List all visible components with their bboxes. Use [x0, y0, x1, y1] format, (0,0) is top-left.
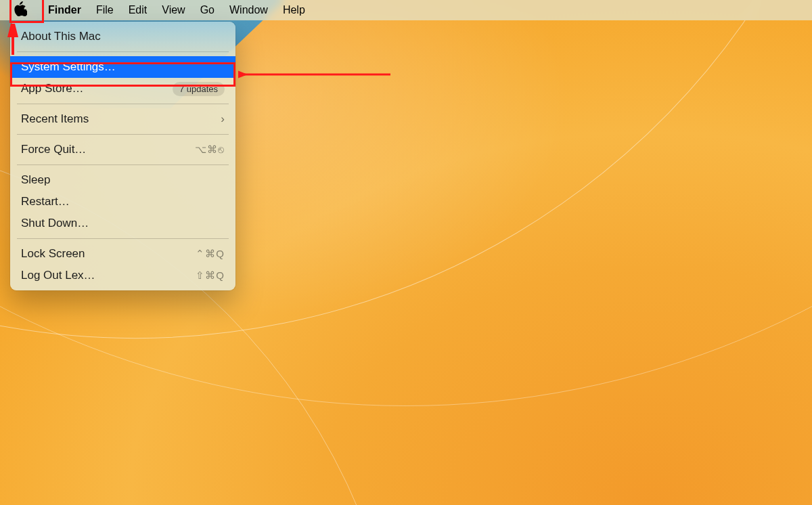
- annotation-arrow-left-icon: [238, 68, 394, 84]
- menu-window[interactable]: Window: [229, 4, 268, 16]
- menu-item-shut-down[interactable]: Shut Down…: [10, 213, 235, 234]
- menu-separator: [17, 51, 229, 52]
- keyboard-shortcut: ⇧⌘Q: [196, 269, 225, 282]
- menu-help[interactable]: Help: [283, 4, 305, 16]
- active-app-name[interactable]: Finder: [48, 4, 81, 16]
- menu-item-label: About This Mac: [21, 30, 225, 43]
- menu-item-about-this-mac[interactable]: About This Mac: [10, 26, 235, 47]
- menu-item-label: Restart…: [21, 195, 225, 208]
- keyboard-shortcut: ⌃⌘Q: [196, 248, 225, 260]
- menu-item-label: Log Out Lex…: [21, 269, 196, 282]
- menu-go[interactable]: Go: [200, 4, 215, 16]
- menu-item-lock-screen[interactable]: Lock Screen ⌃⌘Q: [10, 243, 235, 265]
- apple-menu-button[interactable]: [7, 0, 33, 20]
- menu-item-label: System Settings…: [21, 60, 225, 74]
- menu-item-label: Shut Down…: [21, 217, 225, 230]
- menu-separator: [17, 104, 229, 104]
- menu-file[interactable]: File: [96, 4, 114, 16]
- menu-item-app-store[interactable]: App Store… 7 updates: [10, 78, 235, 100]
- menu-separator: [17, 134, 229, 135]
- menu-separator: [17, 164, 229, 165]
- menu-item-recent-items[interactable]: Recent Items ›: [10, 108, 235, 130]
- keyboard-shortcut: ⌥⌘⎋: [195, 144, 225, 156]
- menu-item-system-settings[interactable]: System Settings…: [10, 56, 235, 78]
- desktop-wallpaper: Finder File Edit View Go Window Help Abo…: [0, 0, 812, 505]
- menu-view[interactable]: View: [162, 4, 185, 16]
- menu-item-force-quit[interactable]: Force Quit… ⌥⌘⎋: [10, 139, 235, 160]
- menu-item-label: Recent Items: [21, 112, 221, 126]
- apple-menu-dropdown: About This Mac System Settings… App Stor…: [10, 22, 235, 290]
- chevron-right-icon: ›: [221, 112, 225, 126]
- menu-item-label: Lock Screen: [21, 247, 196, 261]
- apple-logo-icon: [14, 1, 27, 19]
- menu-bar: Finder File Edit View Go Window Help: [0, 0, 812, 20]
- updates-badge: 7 updates: [173, 82, 225, 96]
- menu-edit[interactable]: Edit: [129, 4, 148, 16]
- menu-item-label: Force Quit…: [21, 143, 195, 156]
- menu-item-sleep[interactable]: Sleep: [10, 169, 235, 191]
- menu-item-restart[interactable]: Restart…: [10, 191, 235, 213]
- menu-item-log-out[interactable]: Log Out Lex… ⇧⌘Q: [10, 265, 235, 286]
- menu-item-label: App Store…: [21, 82, 173, 95]
- menu-item-label: Sleep: [21, 173, 225, 187]
- menu-separator: [17, 238, 229, 239]
